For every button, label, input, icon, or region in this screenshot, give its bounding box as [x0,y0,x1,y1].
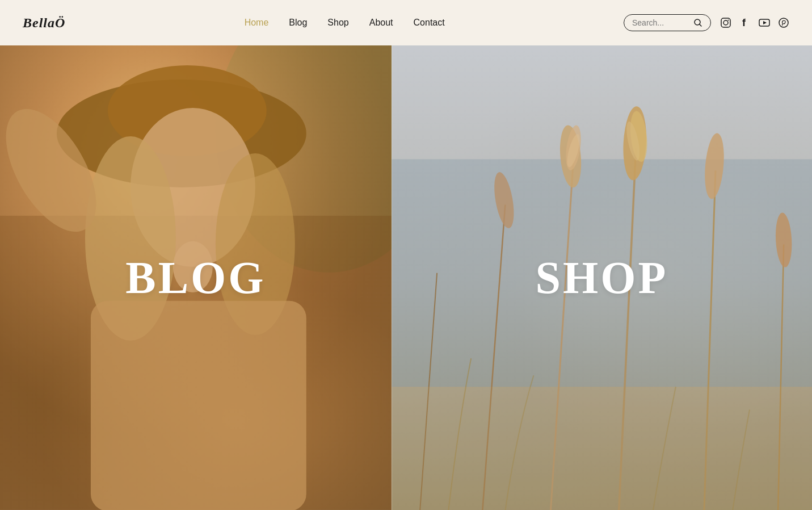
svg-point-31 [702,132,726,200]
facebook-icon[interactable]: f [739,17,751,28]
nav-shop[interactable]: Shop [327,18,348,28]
svg-line-34 [420,273,437,510]
svg-point-24 [563,124,583,172]
site-logo[interactable]: BellaÖ [23,15,65,31]
pinterest-icon[interactable] [778,17,789,28]
svg-rect-37 [392,387,812,510]
blog-background [0,45,392,510]
shop-image-overlay [392,45,812,510]
svg-point-29 [491,171,518,230]
hero-shop-panel[interactable]: SHOP [392,45,812,510]
svg-line-28 [482,204,505,510]
svg-line-30 [704,170,716,510]
youtube-icon[interactable] [759,17,770,28]
hero-divider [392,45,392,510]
instagram-icon[interactable] [720,17,731,28]
search-input[interactable] [632,18,689,27]
hero-blog-panel[interactable]: BLOG [0,45,392,510]
svg-marker-7 [763,21,767,24]
svg-point-18 [173,241,213,292]
svg-rect-17 [91,301,306,510]
svg-point-13 [108,65,267,156]
svg-point-35 [565,133,582,168]
svg-rect-21 [392,159,812,387]
social-icons: f [720,17,789,28]
svg-line-25 [619,148,636,510]
svg-point-23 [558,124,584,189]
header-right: f [624,14,789,31]
svg-point-4 [728,20,729,21]
svg-line-22 [550,159,573,510]
svg-point-12 [57,80,306,187]
search-icon [693,18,702,27]
hero-section: BLOG [0,45,812,510]
svg-point-36 [624,120,642,161]
svg-point-3 [723,20,728,25]
nav-contact[interactable]: Contact [414,18,445,28]
main-nav: Home Blog Shop About Contact [245,18,445,28]
svg-rect-10 [0,45,392,510]
svg-point-16 [216,153,295,335]
svg-point-27 [628,110,649,163]
nav-home[interactable]: Home [245,18,269,28]
svg-point-33 [774,212,793,268]
svg-point-9 [216,45,392,273]
svg-point-8 [779,18,788,27]
svg-rect-20 [392,45,812,510]
shop-background [392,45,812,510]
nav-about[interactable]: About [369,18,393,28]
blog-image-overlay [0,45,392,510]
svg-point-15 [85,136,176,341]
svg-rect-11 [0,216,392,510]
search-button[interactable] [693,18,702,27]
svg-point-14 [131,108,255,267]
header: BellaÖ Home Blog Shop About Contact [0,0,812,45]
svg-line-1 [700,24,702,27]
nav-blog[interactable]: Blog [289,18,307,28]
svg-line-32 [778,245,784,510]
svg-point-19 [0,94,115,246]
svg-rect-2 [721,18,730,27]
svg-text:f: f [742,17,746,28]
svg-point-26 [621,106,648,181]
search-box [624,14,711,31]
